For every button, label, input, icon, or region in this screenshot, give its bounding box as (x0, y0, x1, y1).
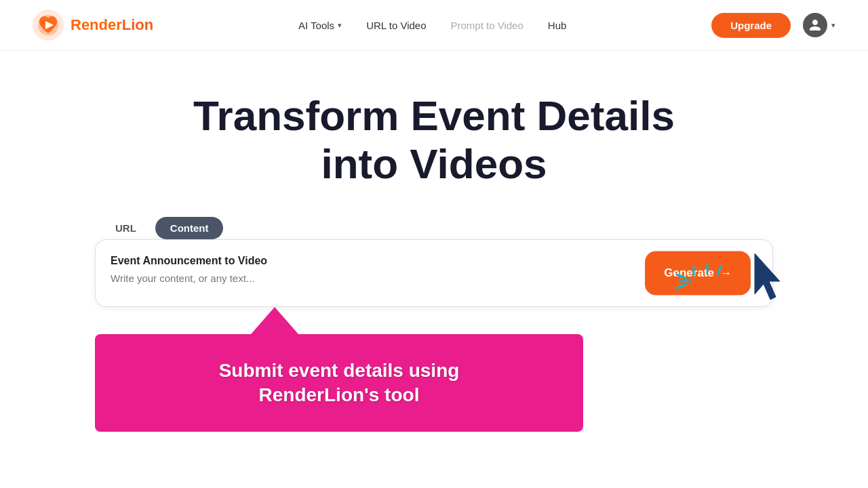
callout-wrapper: Submit event details using RenderLion's … (95, 307, 773, 432)
input-container: URL Content Event Announcement to Video … (95, 217, 773, 307)
arrow-icon: → (719, 266, 732, 280)
cursor-decoration (745, 247, 799, 310)
header-right: Upgrade ▾ (711, 13, 835, 38)
user-avatar[interactable] (803, 13, 827, 37)
content-textarea[interactable] (111, 272, 637, 284)
main-nav: AI Tools ▾ URL to Video Prompt to Video … (298, 20, 566, 31)
header: RenderLion AI Tools ▾ URL to Video Promp… (0, 0, 868, 51)
main-content: Transform Event Details into Videos URL … (0, 51, 868, 432)
generate-button[interactable]: Generate → (645, 251, 751, 295)
user-icon (808, 18, 822, 32)
hero-title: Transform Event Details into Videos (193, 92, 675, 188)
input-label: Event Announcement to Video (111, 255, 637, 267)
user-chevron-icon: ▾ (831, 21, 835, 30)
logo[interactable]: RenderLion (33, 9, 153, 41)
callout-arrow (251, 307, 298, 334)
nav-prompt-to-video[interactable]: Prompt to Video (451, 20, 524, 31)
upgrade-button[interactable]: Upgrade (711, 13, 791, 38)
logo-icon (33, 9, 64, 41)
content-input-box: Event Announcement to Video Generate → (95, 239, 773, 307)
tab-content[interactable]: Content (155, 217, 224, 239)
callout-box: Submit event details using RenderLion's … (95, 334, 583, 432)
nav-ai-tools[interactable]: AI Tools ▾ (298, 20, 342, 31)
callout-text: Submit event details using RenderLion's … (129, 359, 549, 408)
chevron-down-icon: ▾ (338, 21, 342, 30)
tab-url[interactable]: URL (100, 217, 151, 239)
svg-marker-8 (755, 253, 780, 300)
user-menu[interactable]: ▾ (803, 13, 835, 37)
logo-text: RenderLion (71, 16, 153, 34)
tab-bar: URL Content (95, 217, 773, 239)
nav-url-to-video[interactable]: URL to Video (366, 20, 426, 31)
nav-hub[interactable]: Hub (548, 20, 567, 31)
